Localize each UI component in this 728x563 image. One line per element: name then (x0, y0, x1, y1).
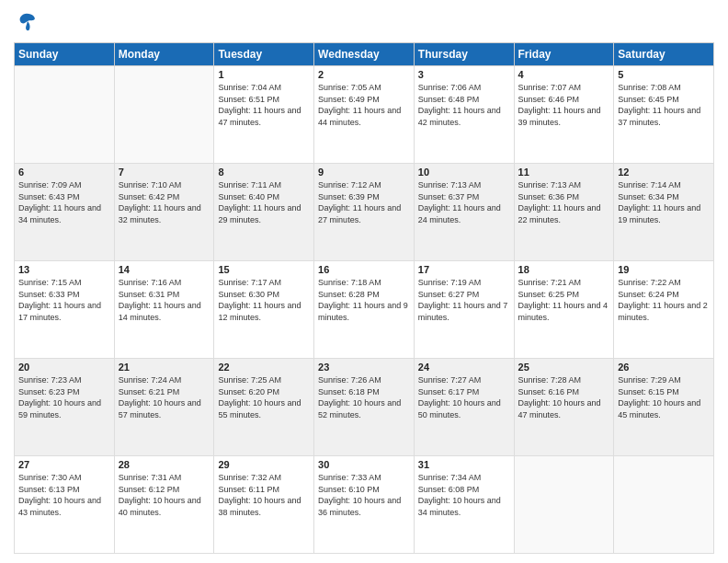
day-number: 28 (119, 459, 210, 470)
calendar-cell: 12Sunrise: 7:14 AM Sunset: 6:34 PM Dayli… (614, 164, 714, 261)
calendar-week-row: 1Sunrise: 7:04 AM Sunset: 6:51 PM Daylig… (15, 66, 714, 164)
day-number: 2 (318, 69, 410, 80)
calendar-cell: 16Sunrise: 7:18 AM Sunset: 6:28 PM Dayli… (314, 261, 415, 359)
calendar-table: SundayMondayTuesdayWednesdayThursdayFrid… (14, 42, 714, 554)
day-number: 24 (418, 362, 510, 373)
day-info: Sunrise: 7:32 AM Sunset: 6:11 PM Dayligh… (218, 472, 310, 518)
day-number: 18 (518, 264, 610, 275)
day-info: Sunrise: 7:26 AM Sunset: 6:18 PM Dayligh… (318, 374, 410, 420)
calendar-cell (514, 456, 614, 554)
day-info: Sunrise: 7:27 AM Sunset: 6:17 PM Dayligh… (418, 374, 510, 420)
day-header-sunday: Sunday (15, 43, 115, 66)
day-header-saturday: Saturday (614, 43, 714, 66)
day-info: Sunrise: 7:13 AM Sunset: 6:37 PM Dayligh… (418, 179, 510, 225)
day-number: 11 (518, 167, 610, 178)
day-number: 1 (218, 69, 310, 80)
calendar-cell: 24Sunrise: 7:27 AM Sunset: 6:17 PM Dayli… (414, 359, 514, 456)
calendar-cell: 2Sunrise: 7:05 AM Sunset: 6:49 PM Daylig… (314, 66, 415, 164)
day-number: 29 (218, 459, 310, 470)
day-info: Sunrise: 7:24 AM Sunset: 6:21 PM Dayligh… (119, 374, 210, 420)
day-info: Sunrise: 7:10 AM Sunset: 6:42 PM Dayligh… (119, 179, 210, 225)
calendar-cell: 27Sunrise: 7:30 AM Sunset: 6:13 PM Dayli… (15, 456, 115, 554)
day-number: 19 (618, 264, 710, 275)
day-number: 9 (318, 167, 410, 178)
calendar-cell: 29Sunrise: 7:32 AM Sunset: 6:11 PM Dayli… (214, 456, 314, 554)
calendar-cell: 6Sunrise: 7:09 AM Sunset: 6:43 PM Daylig… (15, 164, 115, 261)
day-info: Sunrise: 7:33 AM Sunset: 6:10 PM Dayligh… (318, 472, 410, 518)
day-header-wednesday: Wednesday (314, 43, 415, 66)
calendar-cell: 31Sunrise: 7:34 AM Sunset: 6:08 PM Dayli… (414, 456, 514, 554)
day-number: 27 (18, 459, 110, 470)
day-number: 13 (18, 264, 110, 275)
calendar-cell: 30Sunrise: 7:33 AM Sunset: 6:10 PM Dayli… (314, 456, 415, 554)
day-info: Sunrise: 7:22 AM Sunset: 6:24 PM Dayligh… (618, 277, 710, 323)
day-number: 14 (119, 264, 210, 275)
calendar-cell: 4Sunrise: 7:07 AM Sunset: 6:46 PM Daylig… (514, 66, 614, 164)
calendar-cell: 8Sunrise: 7:11 AM Sunset: 6:40 PM Daylig… (214, 164, 314, 261)
calendar-cell: 25Sunrise: 7:28 AM Sunset: 6:16 PM Dayli… (514, 359, 614, 456)
day-number: 12 (618, 167, 710, 178)
logo-bird-icon (14, 9, 40, 35)
day-info: Sunrise: 7:34 AM Sunset: 6:08 PM Dayligh… (418, 472, 510, 518)
day-info: Sunrise: 7:08 AM Sunset: 6:45 PM Dayligh… (618, 82, 710, 128)
calendar-cell: 5Sunrise: 7:08 AM Sunset: 6:45 PM Daylig… (614, 66, 714, 164)
day-number: 20 (18, 362, 110, 373)
header (14, 9, 714, 35)
day-info: Sunrise: 7:29 AM Sunset: 6:15 PM Dayligh… (618, 374, 710, 420)
day-number: 17 (418, 264, 510, 275)
calendar-week-row: 6Sunrise: 7:09 AM Sunset: 6:43 PM Daylig… (15, 164, 714, 261)
day-info: Sunrise: 7:07 AM Sunset: 6:46 PM Dayligh… (518, 82, 610, 128)
day-info: Sunrise: 7:28 AM Sunset: 6:16 PM Dayligh… (518, 374, 610, 420)
day-number: 16 (318, 264, 410, 275)
day-header-monday: Monday (114, 43, 214, 66)
calendar-cell (15, 66, 115, 164)
day-info: Sunrise: 7:19 AM Sunset: 6:27 PM Dayligh… (418, 277, 510, 323)
day-number: 8 (218, 167, 310, 178)
calendar-cell (114, 66, 214, 164)
day-info: Sunrise: 7:09 AM Sunset: 6:43 PM Dayligh… (18, 179, 110, 225)
day-number: 5 (618, 69, 710, 80)
calendar-page: SundayMondayTuesdayWednesdayThursdayFrid… (0, 0, 728, 563)
day-header-tuesday: Tuesday (214, 43, 314, 66)
calendar-cell: 28Sunrise: 7:31 AM Sunset: 6:12 PM Dayli… (114, 456, 214, 554)
calendar-header-row: SundayMondayTuesdayWednesdayThursdayFrid… (15, 43, 714, 66)
day-number: 7 (119, 167, 210, 178)
day-info: Sunrise: 7:21 AM Sunset: 6:25 PM Dayligh… (518, 277, 610, 323)
calendar-week-row: 13Sunrise: 7:15 AM Sunset: 6:33 PM Dayli… (15, 261, 714, 359)
calendar-cell: 3Sunrise: 7:06 AM Sunset: 6:48 PM Daylig… (414, 66, 514, 164)
day-info: Sunrise: 7:25 AM Sunset: 6:20 PM Dayligh… (218, 374, 310, 420)
day-number: 30 (318, 459, 410, 470)
calendar-week-row: 20Sunrise: 7:23 AM Sunset: 6:23 PM Dayli… (15, 359, 714, 456)
calendar-cell: 10Sunrise: 7:13 AM Sunset: 6:37 PM Dayli… (414, 164, 514, 261)
day-info: Sunrise: 7:05 AM Sunset: 6:49 PM Dayligh… (318, 82, 410, 128)
day-info: Sunrise: 7:12 AM Sunset: 6:39 PM Dayligh… (318, 179, 410, 225)
day-number: 21 (119, 362, 210, 373)
day-info: Sunrise: 7:11 AM Sunset: 6:40 PM Dayligh… (218, 179, 310, 225)
day-info: Sunrise: 7:31 AM Sunset: 6:12 PM Dayligh… (119, 472, 210, 518)
day-number: 26 (618, 362, 710, 373)
day-info: Sunrise: 7:15 AM Sunset: 6:33 PM Dayligh… (18, 277, 110, 323)
calendar-cell: 7Sunrise: 7:10 AM Sunset: 6:42 PM Daylig… (114, 164, 214, 261)
day-number: 6 (18, 167, 110, 178)
day-info: Sunrise: 7:06 AM Sunset: 6:48 PM Dayligh… (418, 82, 510, 128)
day-info: Sunrise: 7:16 AM Sunset: 6:31 PM Dayligh… (119, 277, 210, 323)
day-number: 25 (518, 362, 610, 373)
calendar-cell: 13Sunrise: 7:15 AM Sunset: 6:33 PM Dayli… (15, 261, 115, 359)
calendar-cell: 9Sunrise: 7:12 AM Sunset: 6:39 PM Daylig… (314, 164, 415, 261)
day-number: 23 (318, 362, 410, 373)
day-info: Sunrise: 7:17 AM Sunset: 6:30 PM Dayligh… (218, 277, 310, 323)
calendar-cell: 20Sunrise: 7:23 AM Sunset: 6:23 PM Dayli… (15, 359, 115, 456)
day-info: Sunrise: 7:14 AM Sunset: 6:34 PM Dayligh… (618, 179, 710, 225)
day-info: Sunrise: 7:18 AM Sunset: 6:28 PM Dayligh… (318, 277, 410, 323)
day-number: 10 (418, 167, 510, 178)
day-number: 3 (418, 69, 510, 80)
calendar-cell: 26Sunrise: 7:29 AM Sunset: 6:15 PM Dayli… (614, 359, 714, 456)
day-info: Sunrise: 7:04 AM Sunset: 6:51 PM Dayligh… (218, 82, 310, 128)
day-number: 15 (218, 264, 310, 275)
calendar-cell: 22Sunrise: 7:25 AM Sunset: 6:20 PM Dayli… (214, 359, 314, 456)
day-info: Sunrise: 7:30 AM Sunset: 6:13 PM Dayligh… (18, 472, 110, 518)
day-header-friday: Friday (514, 43, 614, 66)
calendar-cell: 1Sunrise: 7:04 AM Sunset: 6:51 PM Daylig… (214, 66, 314, 164)
day-number: 4 (518, 69, 610, 80)
calendar-cell: 14Sunrise: 7:16 AM Sunset: 6:31 PM Dayli… (114, 261, 214, 359)
